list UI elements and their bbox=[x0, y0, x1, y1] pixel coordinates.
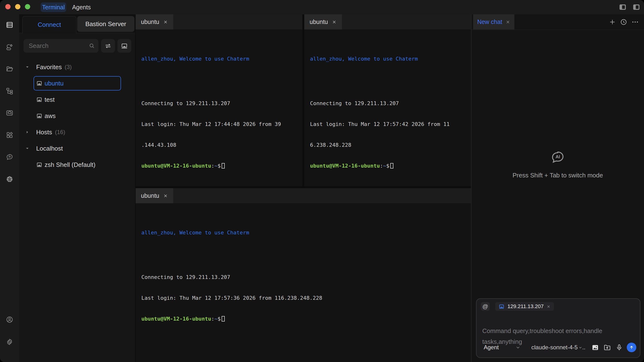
terminal-prompt: ubuntu@VM-12-16-ubuntu:~$ bbox=[310, 162, 465, 169]
search-input[interactable] bbox=[24, 39, 98, 53]
close-icon[interactable] bbox=[332, 20, 336, 24]
host-context-chip[interactable]: 129.211.13.207 bbox=[495, 302, 554, 311]
group-label: Hosts (16) bbox=[36, 124, 65, 140]
app-window: Terminal Agents bbox=[0, 0, 644, 362]
more-ellipsis-icon[interactable] bbox=[631, 18, 639, 26]
search-row bbox=[19, 39, 135, 53]
account-icon[interactable] bbox=[3, 313, 16, 326]
laptop-icon bbox=[36, 96, 42, 103]
close-icon[interactable] bbox=[546, 305, 550, 309]
terminal-pane-2: ubuntu allen_zhou, Welcome to use Chater… bbox=[304, 14, 471, 186]
laptop-icon bbox=[498, 304, 504, 310]
tab-connect[interactable]: Connect bbox=[22, 16, 76, 33]
close-icon[interactable] bbox=[506, 20, 510, 24]
terminal-line: Connecting to 129.211.13.207 bbox=[310, 100, 465, 107]
tree-group-hosts[interactable]: Hosts (16) bbox=[19, 124, 135, 140]
model-name: claude-sonnet-4-5 bbox=[532, 344, 578, 351]
terminal-prompt: ubuntu@VM-12-16-ubuntu:~$ bbox=[141, 315, 465, 322]
cloud-storage-icon[interactable] bbox=[3, 106, 16, 120]
close-window-button[interactable] bbox=[5, 4, 10, 9]
close-icon[interactable] bbox=[163, 20, 168, 24]
tree-item-test[interactable]: test bbox=[19, 91, 135, 108]
keychain-icon[interactable] bbox=[3, 40, 16, 54]
tree-item-zsh-shell[interactable]: zsh Shell (Default) bbox=[19, 157, 135, 173]
terminal-line: .144.43.108 bbox=[141, 141, 296, 148]
terminal-tabbar: ubuntu bbox=[136, 188, 471, 203]
laptop-icon bbox=[121, 42, 128, 49]
send-button[interactable] bbox=[627, 343, 636, 352]
tree-item-aws[interactable]: aws bbox=[19, 108, 135, 124]
item-label: ubuntu bbox=[44, 75, 64, 91]
ai-chat-icon[interactable]: AI bbox=[3, 150, 16, 164]
apps-grid-icon[interactable] bbox=[3, 128, 16, 142]
mode-select[interactable]: Agent bbox=[484, 344, 499, 351]
item-label: aws bbox=[44, 108, 56, 124]
toggle-left-panel-icon[interactable] bbox=[619, 4, 626, 10]
hosts-icon[interactable] bbox=[3, 18, 16, 31]
svg-text:AI: AI bbox=[8, 155, 11, 158]
minimize-window-button[interactable] bbox=[15, 4, 20, 9]
terminal-output[interactable]: allen_zhou, Welcome to use Chaterm Conne… bbox=[136, 29, 302, 186]
titlebar-tab-terminal[interactable]: Terminal bbox=[41, 2, 66, 12]
mode-switch-hint: Press Shift + Tab to switch mode bbox=[472, 172, 644, 179]
terminal-cursor bbox=[390, 163, 394, 169]
terminal-pane-1: ubuntu allen_zhou, Welcome to use Chater… bbox=[136, 14, 302, 186]
microphone-icon[interactable] bbox=[616, 344, 623, 351]
zoom-window-button[interactable] bbox=[25, 4, 30, 9]
kubernetes-icon[interactable] bbox=[3, 172, 16, 186]
item-label: zsh Shell (Default) bbox=[44, 157, 95, 173]
files-folder-icon[interactable] bbox=[3, 62, 16, 76]
terminal-prompt: ubuntu@VM-12-16-ubuntu:~$ bbox=[141, 162, 296, 169]
terminal-line: Connecting to 129.211.13.207 bbox=[141, 274, 465, 281]
terminal-welcome-line: allen_zhou, Welcome to use Chaterm bbox=[141, 229, 465, 236]
terminal-welcome-line: allen_zhou, Welcome to use Chaterm bbox=[141, 55, 296, 62]
new-chat-plus-icon[interactable] bbox=[608, 18, 616, 26]
tab-bastion-server[interactable]: Bastion Server bbox=[77, 16, 134, 32]
titlebar: Terminal Agents bbox=[0, 0, 644, 14]
search-icon bbox=[88, 42, 95, 49]
close-icon[interactable] bbox=[163, 193, 168, 198]
toggle-right-panel-icon[interactable] bbox=[633, 4, 640, 10]
transfer-arrows-button[interactable] bbox=[101, 39, 115, 53]
laptop-icon bbox=[36, 113, 42, 119]
terminal-pane-3: ubuntu allen_zhou, Welcome to use Chater… bbox=[136, 188, 471, 362]
terminal-tab-ubuntu[interactable]: ubuntu bbox=[136, 14, 173, 29]
upload-folder-icon[interactable] bbox=[604, 344, 611, 351]
terminal-area: ubuntu allen_zhou, Welcome to use Chater… bbox=[136, 14, 471, 362]
ai-bubble-icon: AI bbox=[550, 150, 566, 165]
caret-down-icon bbox=[25, 146, 30, 151]
terminal-cursor bbox=[222, 316, 225, 322]
attach-image-icon[interactable] bbox=[592, 344, 599, 351]
caret-down-icon bbox=[25, 65, 30, 69]
terminal-line: Last login: Thu Mar 12 17:57:36 2026 fro… bbox=[141, 295, 465, 302]
swap-arrows-icon bbox=[104, 42, 112, 49]
laptop-icon bbox=[36, 80, 42, 86]
rail-footer bbox=[3, 313, 16, 349]
titlebar-tab-agents[interactable]: Agents bbox=[71, 2, 92, 12]
chevron-down-icon[interactable] bbox=[515, 345, 521, 350]
settings-gear-icon[interactable] bbox=[3, 335, 16, 349]
terminal-tab-ubuntu[interactable]: ubuntu bbox=[304, 14, 342, 29]
new-terminal-button[interactable] bbox=[118, 39, 131, 53]
mention-chip[interactable]: @ bbox=[481, 302, 490, 311]
model-ellipsis: .. bbox=[582, 344, 585, 351]
topology-icon[interactable] bbox=[3, 84, 16, 98]
history-clock-icon[interactable] bbox=[620, 18, 628, 26]
chat-input-box[interactable]: @ 129.211.13.207 Command query,troublesh… bbox=[476, 298, 640, 358]
terminal-tab-ubuntu[interactable]: ubuntu bbox=[136, 188, 173, 203]
chat-controls-row: Agent claude-sonnet-4-5 .. bbox=[484, 343, 636, 352]
terminal-output[interactable]: allen_zhou, Welcome to use Chaterm Conne… bbox=[136, 203, 471, 362]
model-select[interactable]: claude-sonnet-4-5 .. bbox=[532, 344, 586, 351]
tree-group-localhost[interactable]: Localhost bbox=[19, 140, 135, 157]
tree-group-favorites[interactable]: Favorites (3) bbox=[19, 59, 135, 75]
tree-item-ubuntu[interactable]: ubuntu bbox=[19, 75, 135, 91]
host-tree: Favorites (3) ubuntu test aws bbox=[19, 59, 135, 173]
terminal-tabbar: ubuntu bbox=[304, 14, 471, 29]
laptop-icon bbox=[36, 162, 42, 168]
group-label: Favorites (3) bbox=[36, 59, 72, 75]
item-label: test bbox=[44, 91, 54, 108]
caret-right-icon bbox=[25, 130, 30, 135]
terminal-output[interactable]: allen_zhou, Welcome to use Chaterm Conne… bbox=[304, 29, 471, 186]
connections-panel: Connect Bastion Server Favo bbox=[19, 14, 136, 362]
chat-tab-new-chat[interactable]: New chat bbox=[473, 14, 514, 29]
